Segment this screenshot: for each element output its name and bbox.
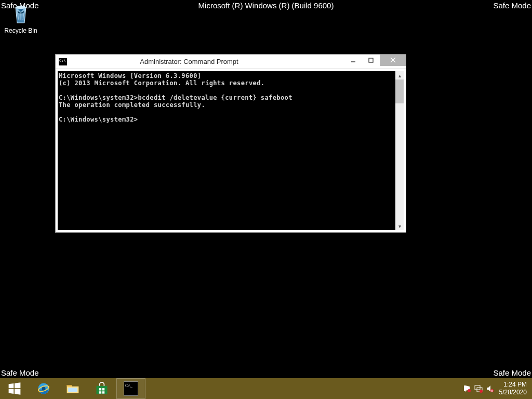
command-prompt-taskbar-button[interactable]: C:\_	[116, 378, 145, 399]
svg-rect-8	[102, 388, 104, 390]
safe-mode-watermark-bottom-right: Safe Mode	[493, 368, 531, 377]
command-prompt-icon	[59, 58, 67, 65]
windows-logo-icon	[7, 381, 22, 396]
taskbar-time: 1:24 PM	[499, 381, 527, 389]
command-prompt-window[interactable]: Administrator: Command Prompt Microsoft …	[55, 54, 406, 233]
command-prompt-taskbar-icon: C:\_	[124, 381, 138, 396]
svg-rect-5	[68, 388, 77, 392]
taskbar-clock[interactable]: 1:24 PM 5/28/2020	[497, 381, 529, 396]
minimize-icon	[351, 58, 356, 63]
svg-rect-9	[99, 391, 101, 393]
svg-point-4	[42, 387, 46, 391]
store-icon	[95, 381, 109, 396]
taskbar[interactable]: C:\_ 1:24 PM 5/28/2020	[0, 378, 532, 399]
start-button[interactable]	[0, 378, 29, 399]
file-explorer-taskbar-button[interactable]	[58, 378, 87, 399]
window-titlebar[interactable]: Administrator: Command Prompt	[56, 55, 406, 69]
svg-rect-6	[97, 386, 108, 394]
console-output[interactable]: Microsoft Windows [Version 6.3.9600] (c)…	[58, 71, 404, 230]
svg-point-14	[480, 390, 483, 393]
store-taskbar-button[interactable]	[87, 378, 116, 399]
close-icon	[390, 57, 396, 63]
taskbar-date: 5/28/2020	[499, 389, 527, 396]
recycle-bin-label: Recycle Bin	[1, 27, 41, 34]
minimize-button[interactable]	[344, 55, 362, 66]
windows-build-watermark: Microsoft (R) Windows (R) (Build 9600)	[198, 1, 334, 10]
file-explorer-icon	[65, 381, 80, 396]
internet-explorer-taskbar-button[interactable]	[29, 378, 58, 399]
svg-point-11	[468, 389, 471, 392]
safe-mode-watermark-bottom-left: Safe Mode	[1, 368, 39, 377]
action-center-flag-icon[interactable]	[463, 384, 471, 393]
safe-mode-watermark-top-right: Safe Mode	[493, 1, 531, 10]
volume-icon[interactable]	[486, 384, 494, 393]
recycle-bin-desktop-icon[interactable]: Recycle Bin	[1, 1, 41, 34]
svg-rect-1	[369, 58, 373, 62]
scroll-thumb[interactable]	[395, 79, 404, 103]
scroll-down-arrow-icon[interactable]: ▾	[395, 222, 404, 230]
console-scrollbar[interactable]: ▴ ▾	[395, 71, 404, 230]
svg-rect-7	[99, 388, 101, 390]
close-button[interactable]	[380, 55, 406, 66]
maximize-button[interactable]	[362, 55, 380, 66]
internet-explorer-icon	[36, 381, 51, 396]
window-title: Administrator: Command Prompt	[34, 58, 344, 65]
svg-rect-10	[102, 391, 104, 393]
maximize-icon	[368, 58, 374, 63]
network-icon[interactable]	[474, 384, 483, 393]
scroll-up-arrow-icon[interactable]: ▴	[395, 71, 404, 79]
svg-point-0	[16, 6, 26, 9]
recycle-bin-icon	[8, 1, 33, 26]
system-tray[interactable]: 1:24 PM 5/28/2020	[460, 378, 532, 399]
